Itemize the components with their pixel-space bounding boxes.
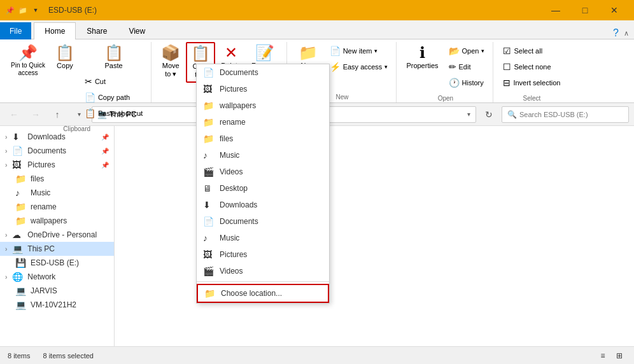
dropdown-item-wallpapers[interactable]: 📁 wallpapers <box>197 97 329 114</box>
videos2-icon: 🎬 <box>203 266 215 276</box>
tab-share[interactable]: Share <box>76 22 118 39</box>
invert-selection-icon: ⊟ <box>503 78 511 88</box>
easy-access-button[interactable]: ⚡ Easy access ▾ <box>325 59 393 74</box>
item-count: 8 items <box>8 352 30 360</box>
search-bar[interactable]: 🔍 <box>502 106 629 123</box>
sidebar-item-music[interactable]: ♪ Music <box>0 186 114 200</box>
dropdown-item-pictures2[interactable]: 🖼 Pictures <box>197 246 329 263</box>
music-icon: ♪ <box>203 150 215 160</box>
desktop-icon: 🖥 <box>203 183 215 193</box>
music-folder-icon: ♪ <box>15 188 27 198</box>
sidebar-label-vm: VM-10V21H2 <box>31 300 76 309</box>
open-button[interactable]: 📂 Open ▾ <box>444 43 490 59</box>
tab-file[interactable]: File <box>0 22 31 39</box>
tab-home[interactable]: Home <box>34 22 76 39</box>
refresh-button[interactable]: ↻ <box>480 106 498 123</box>
dropdown-item-music1[interactable]: ♪ Music <box>197 147 329 164</box>
vm-icon: 💻 <box>15 300 27 310</box>
copy-to-icon: 📋 <box>191 46 210 61</box>
new-item-button[interactable]: 📄 New item ▾ <box>325 43 393 59</box>
sidebar-item-vm[interactable]: 💻 VM-10V21H2 <box>0 298 114 312</box>
cut-icon: ✂ <box>85 76 92 87</box>
close-button[interactable]: ✕ <box>600 0 629 20</box>
sidebar-item-files[interactable]: 📁 files <box>0 172 114 186</box>
sidebar-item-rename[interactable]: 📁 rename <box>0 200 114 214</box>
dropdown-item-music2[interactable]: ♪ Music <box>197 230 329 246</box>
pin-to-quick-access-button[interactable]: 📌 Pin to Quickaccess <box>6 42 50 80</box>
move-to-icon: 📦 <box>161 45 180 60</box>
choose-location-button[interactable]: 📁 Choose location... <box>197 284 329 303</box>
details-view-button[interactable]: ≡ <box>596 349 610 363</box>
file-area <box>115 126 634 346</box>
select-label: Select <box>498 93 565 104</box>
copy-path-icon: 📄 <box>85 92 95 102</box>
ribbon-help-icon: ? <box>613 27 619 39</box>
select-all-button[interactable]: ☑ Select all <box>498 43 565 59</box>
move-to-button[interactable]: 📦 Moveto ▾ <box>157 42 185 81</box>
edit-icon: ✏ <box>449 62 456 72</box>
dropdown-item-documents1[interactable]: 📄 Documents <box>197 64 329 81</box>
sidebar-item-onedrive[interactable]: › ☁ OneDrive - Personal <box>0 228 114 242</box>
maximize-button[interactable]: □ <box>570 0 600 20</box>
minimize-button[interactable]: — <box>541 0 570 20</box>
window-title: ESD-USB (E:) <box>48 6 537 15</box>
clipboard-label: Clipboard <box>6 123 147 134</box>
ribbon-tabs: File Home Share View ? ∧ <box>0 20 634 39</box>
copy-to-dropdown: 📄 Documents 🖼 Pictures 📁 wallpapers 📁 re… <box>196 64 330 304</box>
tab-view[interactable]: View <box>118 22 156 39</box>
select-none-button[interactable]: ☐ Select none <box>498 59 565 74</box>
cut-button[interactable]: ✂ Cut <box>80 74 147 89</box>
dropdown-item-pictures1[interactable]: 🖼 Pictures <box>197 81 329 97</box>
pictures-icon: 🖼 <box>203 84 215 94</box>
sidebar-label-this-pc: This PC <box>27 244 55 253</box>
copy-path-button[interactable]: 📄 Copy path <box>80 90 147 105</box>
select-group-content: ☑ Select all ☐ Select none ⊟ Invert sele… <box>498 42 565 93</box>
dropdown-separator <box>197 281 329 282</box>
properties-button[interactable]: ℹ Properties <box>402 42 442 73</box>
paste-button[interactable]: 📋 Paste <box>100 42 128 72</box>
open-options: 📂 Open ▾ ✏ Edit 🕐 History <box>444 42 490 90</box>
dropdown-item-desktop[interactable]: 🖥 Desktop <box>197 180 329 197</box>
new-folder-icon: 📁 <box>299 45 318 60</box>
network-arrow: › <box>5 274 7 281</box>
quick-access-icon: 📌 <box>5 5 15 15</box>
address-dropdown[interactable]: ▾ <box>467 111 470 118</box>
sidebar-item-documents[interactable]: › 📄 Documents 📌 <box>0 144 114 158</box>
sidebar-label-music: Music <box>31 188 50 197</box>
edit-button[interactable]: ✏ Edit <box>444 59 490 74</box>
paste-shortcut-button[interactable]: 📋 Paste shortcut <box>80 106 147 121</box>
history-button[interactable]: 🕐 History <box>444 75 490 90</box>
sidebar-item-network[interactable]: › 🌐 Network <box>0 270 114 284</box>
sidebar-item-pictures[interactable]: › 🖼 Pictures 📌 <box>0 158 114 172</box>
sidebar-item-wallpapers[interactable]: 📁 wallpapers <box>0 214 114 228</box>
dropdown-item-videos2[interactable]: 🎬 Videos <box>197 263 329 279</box>
invert-selection-button[interactable]: ⊟ Invert selection <box>498 75 565 90</box>
large-icons-view-button[interactable]: ⊞ <box>612 349 626 363</box>
folder-icon: 📁 <box>18 5 28 15</box>
network-icon: 🌐 <box>12 272 24 282</box>
view-controls: ≡ ⊞ <box>596 349 626 363</box>
search-input[interactable] <box>519 111 623 118</box>
sidebar-item-esd-usb[interactable]: 💾 ESD-USB (E:) <box>0 256 114 270</box>
documents-icon: 📄 <box>203 67 215 78</box>
copy-button[interactable]: 📋 Copy <box>51 42 79 73</box>
dropdown-item-files[interactable]: 📁 files <box>197 130 329 147</box>
files-icon: 📁 <box>203 134 215 144</box>
dropdown-item-rename[interactable]: 📁 rename <box>197 114 329 130</box>
new-items: 📄 New item ▾ ⚡ Easy access ▾ <box>325 42 393 74</box>
expand-arrow-pics: › <box>5 162 7 169</box>
pin-icon: 📌 <box>18 45 38 60</box>
dropdown-item-videos1[interactable]: 🎬 Videos <box>197 164 329 180</box>
dropdown-item-documents2[interactable]: 📄 Documents <box>197 213 329 230</box>
sidebar-label-onedrive: OneDrive - Personal <box>27 230 97 239</box>
onedrive-icon: ☁ <box>12 230 24 240</box>
pin-icon-pictures: 📌 <box>101 162 109 169</box>
sidebar-item-jarvis[interactable]: 💻 JARVIS <box>0 284 114 298</box>
ribbon-collapse-icon[interactable]: ∧ <box>624 29 629 38</box>
sidebar-item-this-pc[interactable]: › 💻 This PC <box>0 242 114 256</box>
copy-label: Copy <box>57 62 73 70</box>
sidebar-label-esd-usb: ESD-USB (E:) <box>31 258 79 267</box>
dropdown-item-downloads[interactable]: ⬇ Downloads <box>197 197 329 213</box>
select-all-icon: ☑ <box>503 46 511 56</box>
new-item-icon: 📄 <box>330 46 341 56</box>
